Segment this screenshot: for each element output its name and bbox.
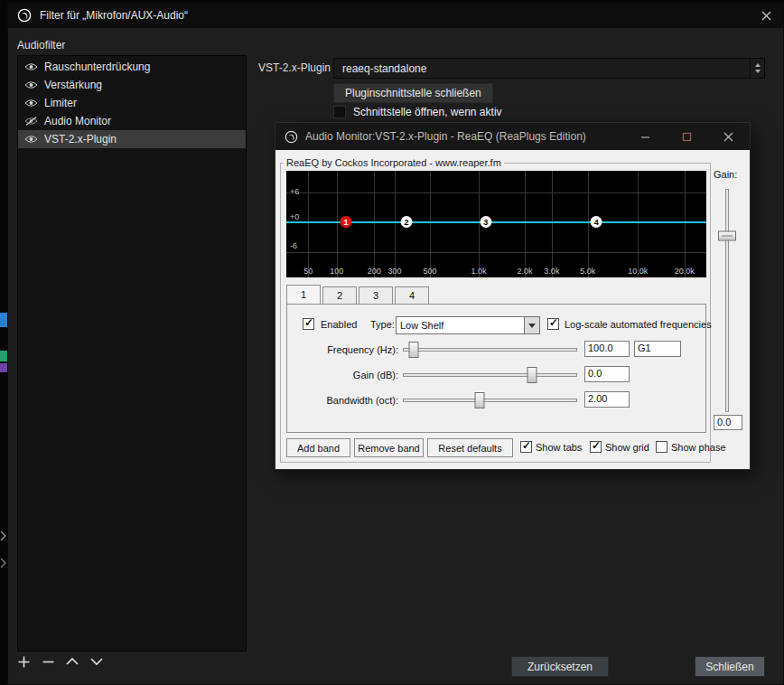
frequency-value-field[interactable]: 100.0: [584, 341, 630, 357]
chevron-up-icon[interactable]: [64, 653, 80, 670]
freq-tick-label: 200: [368, 267, 381, 276]
gain-slider[interactable]: [716, 189, 738, 412]
gain-db-slider-thumb[interactable]: [527, 367, 537, 383]
filter-list: Rauschunterdrückung Verstärkung Limiter …: [17, 55, 247, 652]
freq-tick-label: 300: [387, 267, 401, 276]
open-when-active-row: Schnittstelle öffnen, wenn aktiv: [333, 106, 502, 118]
grid-line: [479, 171, 480, 277]
show-tabs-check-row: Show tabs: [520, 441, 582, 453]
bandwidth-value-field[interactable]: 2.00: [584, 391, 630, 408]
eq-band-handle-3[interactable]: 3: [480, 216, 491, 228]
slider-track: [403, 399, 577, 402]
enabled-checkbox[interactable]: [303, 318, 314, 330]
freq-tick-label: 500: [424, 267, 437, 276]
show-tabs-checkbox[interactable]: [520, 441, 532, 453]
eq-graph[interactable]: +6 +0 -6 50 100 200 300 500 1.0k 2.0k 3.…: [286, 171, 706, 277]
tab-band-2[interactable]: 2: [322, 286, 357, 304]
show-tabs-label: Show tabs: [536, 442, 582, 453]
grid-line: [337, 171, 338, 277]
band-options-row: Enabled Type: Low Shelf Log-scale automa…: [287, 316, 705, 334]
eq-band-handle-2[interactable]: 2: [400, 216, 412, 228]
filter-item-verstaerkung[interactable]: Verstärkung: [18, 76, 246, 94]
show-grid-label: Show grid: [605, 442, 649, 453]
filter-item-label: Verstärkung: [44, 79, 102, 91]
eye-icon[interactable]: [24, 62, 38, 71]
background-edge-art: [0, 351, 7, 361]
show-phase-check-row: Show phase: [656, 441, 726, 453]
freq-tick-label: 3.0k: [544, 267, 559, 276]
filter-type-select[interactable]: Low Shelf: [396, 316, 540, 334]
show-phase-label: Show phase: [671, 442, 726, 453]
close-plugin-interface-button[interactable]: Pluginschnittstelle schließen: [333, 83, 493, 103]
gain-slider-thumb[interactable]: [718, 230, 736, 240]
gain-db-slider[interactable]: [403, 366, 577, 384]
y-axis-label: +6: [290, 187, 299, 196]
dialog-title: Filter für „Mikrofon/AUX-Audio“: [40, 9, 188, 22]
eq-band-handle-4[interactable]: 4: [591, 216, 602, 228]
band-editor-panel: Enabled Type: Low Shelf Log-scale automa…: [286, 304, 706, 433]
filters-dialog: Filter für „Mikrofon/AUX-Audio“ Audiofil…: [7, 2, 784, 685]
eye-slash-icon[interactable]: [24, 117, 38, 126]
minus-icon[interactable]: [40, 653, 56, 670]
plus-icon[interactable]: [15, 653, 32, 670]
show-grid-check-row: Show grid: [590, 441, 649, 453]
show-phase-checkbox[interactable]: [656, 441, 667, 453]
filter-item-label: VST-2.x-Plugin: [44, 133, 117, 145]
y-axis-label: -6: [290, 241, 297, 250]
reaeq-body: ReaEQ by Cockos Incorporated - www.reape…: [275, 150, 750, 469]
log-scale-checkbox[interactable]: [547, 318, 559, 330]
filter-item-limiter[interactable]: Limiter: [18, 94, 246, 112]
gain-db-value-field[interactable]: 0.0: [584, 366, 630, 382]
chevron-down-icon[interactable]: [89, 653, 105, 670]
close-icon[interactable]: [758, 7, 774, 23]
freq-tick-label: 100: [330, 267, 343, 276]
vst-plugin-select[interactable]: reaeq-standalone: [333, 58, 765, 79]
filter-item-audio-monitor[interactable]: Audio Monitor: [18, 112, 246, 130]
vst-plugin-label: VST-2.x-Plugin: [258, 61, 331, 74]
eye-icon[interactable]: [24, 99, 38, 108]
tab-band-1[interactable]: 1: [286, 285, 321, 304]
open-when-active-checkbox[interactable]: [333, 106, 346, 118]
gain-db-label: Gain (dB):: [287, 370, 398, 380]
add-band-button[interactable]: Add band: [286, 438, 350, 457]
minimize-icon[interactable]: [638, 129, 652, 144]
reset-defaults-button[interactable]: Reset defaults: [427, 438, 513, 457]
frequency-slider[interactable]: [403, 341, 577, 359]
close-button[interactable]: Schließen: [695, 656, 765, 677]
grid-line: [308, 171, 309, 277]
reaeq-titlebar[interactable]: Audio Monitor:VST-2.x-Plugin - ReaEQ (Re…: [275, 123, 750, 150]
y-axis-label: +0: [290, 212, 299, 221]
chevron-down-icon[interactable]: [524, 317, 539, 333]
obs-logo-icon: [17, 8, 32, 23]
freq-tick-label: 1.0k: [471, 267, 486, 276]
eq-band-handle-1[interactable]: 1: [341, 216, 352, 228]
gain-value-field[interactable]: 0.0: [714, 415, 742, 430]
filter-item-vst-plugin[interactable]: VST-2.x-Plugin: [18, 130, 246, 148]
log-scale-label: Log-scale automated frequencies: [565, 319, 712, 330]
filter-item-rauschunterdrueckung[interactable]: Rauschunterdrückung: [18, 58, 246, 76]
eye-icon[interactable]: [24, 80, 38, 89]
background-edge-art: [0, 363, 7, 372]
grid-line: [374, 171, 375, 277]
show-grid-checkbox[interactable]: [590, 441, 602, 453]
remove-band-button[interactable]: Remove band: [354, 438, 424, 457]
reset-button[interactable]: Zurücksetzen: [511, 656, 609, 677]
frequency-slider-thumb[interactable]: [408, 342, 418, 358]
bandwidth-slider[interactable]: [403, 391, 577, 409]
eye-icon[interactable]: [24, 135, 38, 144]
close-icon[interactable]: [721, 129, 735, 144]
grid-line: [286, 252, 706, 253]
type-label: Type:: [370, 319, 395, 330]
gain-slider-track: [725, 189, 729, 412]
grid-line: [395, 171, 396, 277]
dialog-titlebar[interactable]: Filter für „Mikrofon/AUX-Audio“: [8, 3, 783, 28]
maximize-icon[interactable]: [679, 129, 694, 144]
screen: Filter für „Mikrofon/AUX-Audio“ Audiofil…: [0, 0, 784, 685]
note-value-field[interactable]: G1: [634, 341, 681, 357]
tab-band-4[interactable]: 4: [395, 286, 429, 304]
reaeq-window: Audio Monitor:VST-2.x-Plugin - ReaEQ (Re…: [275, 122, 751, 470]
filter-type-value: Low Shelf: [400, 320, 443, 331]
tab-band-3[interactable]: 3: [359, 286, 393, 304]
spinner-arrows-icon[interactable]: [750, 59, 764, 78]
bandwidth-slider-thumb[interactable]: [474, 392, 484, 408]
